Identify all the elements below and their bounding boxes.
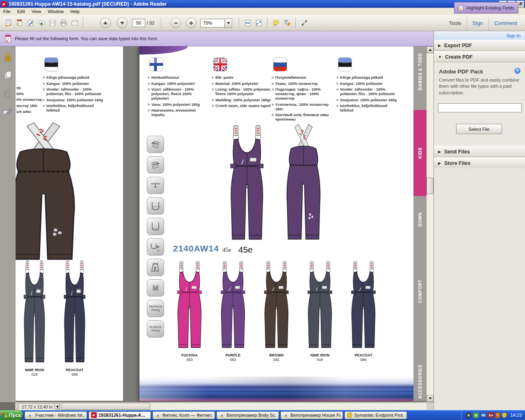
- variant-code: 083: [213, 358, 253, 362]
- convert-file-input[interactable]: [438, 103, 522, 112]
- sign-document-button[interactable]: [25, 17, 36, 29]
- navigation-pane-strip: [0, 46, 16, 402]
- internet-explorer-icon: e: [283, 412, 289, 418]
- highlight-text-button[interactable]: T: [281, 17, 292, 29]
- tools-panel: Sign In ▶Export PDF ▼Create PDF Adobe PD…: [434, 31, 525, 410]
- security-lock-icon[interactable]: [3, 52, 12, 64]
- book-icon[interactable]: [495, 412, 500, 418]
- horizontal-scroll-thumb[interactable]: [62, 403, 150, 410]
- start-button[interactable]: Пуск: [0, 410, 23, 420]
- cloud-upload-button[interactable]: [36, 17, 47, 29]
- menu-item[interactable]: Help: [67, 9, 83, 14]
- variant-code: 063: [170, 358, 209, 362]
- page-thumbnails-icon[interactable]: [3, 70, 12, 82]
- menu-item[interactable]: Edit: [14, 9, 28, 14]
- tab-babies-toddlers: BABIES & TODD: [413, 47, 427, 96]
- print-button[interactable]: [58, 17, 69, 29]
- page-bottom-banner: [139, 377, 413, 401]
- scroll-up-button[interactable]: [427, 46, 434, 53]
- toolbar-separator: [295, 18, 296, 28]
- close-bar-icon[interactable]: ✕: [519, 1, 523, 6]
- toolbar-separator: [83, 18, 83, 28]
- vertical-scroll-thumb[interactable]: [427, 178, 434, 194]
- select-file-button[interactable]: Select File: [456, 124, 502, 134]
- fullscreen-button[interactable]: [299, 17, 310, 29]
- variant-code: 086: [344, 358, 383, 362]
- scroll-down-button[interactable]: [427, 395, 434, 402]
- color-variants-row: FUCHSIA 063 PURPLE 083 BROWN 081: [170, 261, 387, 362]
- windows-logo-icon: [2, 412, 7, 418]
- email-button[interactable]: [69, 17, 80, 29]
- color-variant: NINE IRON 018: [17, 260, 52, 377]
- zoom-in-button[interactable]: [186, 18, 196, 28]
- color-variant: PURPLE 083: [213, 261, 253, 362]
- signature-icon[interactable]: [3, 107, 13, 118]
- zoom-level-value[interactable]: 75%: [200, 19, 225, 27]
- product-code: 2140AW14: [173, 244, 219, 253]
- form-document-icon: [5, 34, 11, 43]
- tools-button[interactable]: Tools: [443, 20, 466, 26]
- estonian-column: Kõrge pihaosaga püksidKangas: 100% polüe…: [43, 57, 105, 114]
- menu-item[interactable]: Window: [44, 9, 67, 14]
- svg-text:e: e: [221, 412, 223, 418]
- create-pdf-button[interactable]: [14, 17, 25, 29]
- language-indicator[interactable]: En: [488, 412, 494, 418]
- clock[interactable]: 14:23: [510, 413, 522, 418]
- attachments-paperclip-icon[interactable]: [3, 89, 12, 102]
- adobe-reader-icon: [91, 412, 97, 418]
- taskbar-window-pdf-active[interactable]: 192831261-Huppa-A...: [89, 411, 151, 419]
- form-notification-bar: Please fill out the following form. You …: [0, 31, 434, 46]
- zoom-dropdown-button[interactable]: [225, 18, 232, 28]
- sign-in-link[interactable]: Sign In: [507, 33, 520, 38]
- pdf-page-previous: ер00%0% полиэстериэстер 160г.ые швы Kõrg…: [16, 46, 123, 401]
- fit-page-button[interactable]: [253, 17, 264, 29]
- bib-pants-front: [344, 261, 383, 351]
- open-button[interactable]: [2, 17, 14, 29]
- sign-in-row: Sign In: [434, 31, 525, 40]
- fit-width-button[interactable]: [242, 17, 253, 29]
- create-pdf-section[interactable]: ▼Create PDF: [434, 51, 525, 62]
- status-left-arrow-button[interactable]: [55, 403, 60, 409]
- window-title: 192831261-Huppa-AW14-15-katalog.pdf (SEC…: [9, 1, 167, 7]
- page-size-indicator: 17,72 x 12,40 in: [18, 403, 56, 410]
- update-icon[interactable]: [473, 412, 479, 418]
- variant-code: 018: [300, 358, 340, 362]
- send-files-section[interactable]: ▶Send Files: [434, 146, 525, 157]
- zoom-out-button[interactable]: [171, 18, 181, 28]
- taskbar-window-ie[interactable]: e Участник - Windows Int...: [25, 411, 87, 419]
- comment-button[interactable]: Comment: [489, 20, 523, 26]
- display-icon[interactable]: [480, 412, 486, 418]
- taskbar-window-ie[interactable]: e Велотренажер House Fi...: [281, 411, 343, 419]
- menu-item[interactable]: View: [28, 9, 45, 14]
- store-files-section[interactable]: ▶Store Files: [434, 158, 525, 169]
- taskbar-window-symantec[interactable]: Symantec Endpoint Prot...: [345, 411, 407, 419]
- shield-icon[interactable]: [502, 412, 507, 418]
- price-form-field[interactable]: 45e: [238, 245, 253, 255]
- toolbar-separator: [267, 18, 267, 28]
- status-corner: [0, 402, 15, 411]
- save-button[interactable]: [47, 17, 58, 29]
- bib-pants-front: [57, 260, 92, 365]
- taskbar-window-ie[interactable]: e Велотренажер Body Sc...: [217, 411, 279, 419]
- comment-bubble-button[interactable]: [270, 17, 281, 29]
- taskbar-window-ie[interactable]: e Фитнес Холл — Фитнес ...: [153, 411, 215, 419]
- vertical-scrollbar[interactable]: [427, 46, 434, 402]
- volume-icon[interactable]: [466, 412, 472, 418]
- previous-page-button[interactable]: [100, 18, 111, 28]
- menu-item[interactable]: File: [0, 9, 14, 14]
- page-number-input[interactable]: [132, 19, 145, 27]
- spec-line: Isteõmblus, küljeõmblused teibitud: [43, 104, 105, 113]
- help-icon[interactable]: ?: [514, 68, 520, 74]
- variant-code: 086: [57, 372, 92, 377]
- status-bar: 17,72 x 12,40 in: [0, 402, 434, 410]
- variant-code: 018: [17, 372, 52, 377]
- title-bar[interactable]: 192831261-Huppa-AW14-15-katalog.pdf (SEC…: [0, 0, 525, 8]
- next-page-button[interactable]: [117, 18, 128, 28]
- sign-button[interactable]: Sign: [467, 20, 488, 26]
- adobe-reader-window: 192831261-Huppa-AW14-15-katalog.pdf (SEC…: [0, 0, 525, 420]
- horizontal-scrollbar[interactable]: [61, 403, 427, 410]
- variant-name: FUCHSIA: [170, 353, 209, 357]
- variant-name: NINE IRON: [300, 353, 340, 357]
- export-pdf-section[interactable]: ▶Export PDF: [434, 40, 525, 51]
- highlight-fields-button[interactable]: Highlight Existing Fields: [454, 2, 518, 14]
